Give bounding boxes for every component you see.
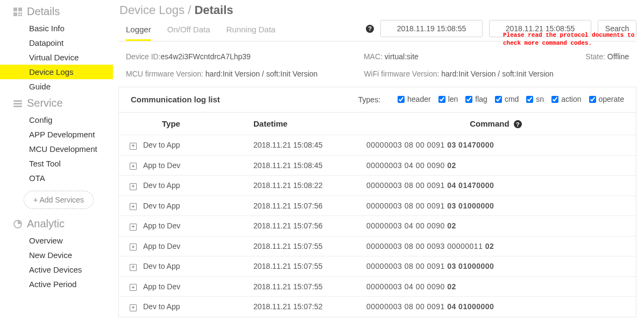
filter-header[interactable]: header	[398, 95, 431, 103]
filter-action[interactable]: action	[551, 95, 581, 103]
row-command: 00000003 08 00 0091 03 01000000	[356, 256, 636, 277]
sidebar-item-guide[interactable]: Guide	[0, 79, 113, 94]
filter-checkbox-sn[interactable]	[526, 96, 533, 103]
row-datetime: 2018.11.21 15:08:22	[243, 176, 356, 196]
expand-icon[interactable]: +	[130, 264, 137, 271]
svg-rect-9	[13, 106, 22, 107]
row-command: 00000003 04 00 0090 02	[356, 276, 636, 297]
filter-sn[interactable]: sn	[526, 95, 544, 103]
expand-icon[interactable]: +	[130, 304, 137, 311]
filter-checkbox-operate[interactable]	[589, 96, 596, 103]
filter-operate[interactable]: operate	[589, 95, 624, 103]
row-datetime: 2018.11.21 15:07:52	[243, 297, 356, 317]
svg-rect-4	[20, 12, 22, 14]
sidebar-item-new-device[interactable]: New Device	[0, 248, 113, 262]
wifi-value: hard:Init Version / soft:Init Version	[439, 69, 553, 78]
row-datetime: 2018.11.21 15:07:56	[243, 196, 356, 216]
info-row-1: Device ID:es4w2i3FWcntdrcA7Lhp39 MAC: vi…	[118, 51, 636, 69]
row-type: +App to Dev	[119, 216, 243, 236]
row-datetime: 2018.11.21 15:08:45	[243, 155, 356, 176]
row-datetime: 2018.11.21 15:07:55	[243, 276, 356, 297]
expand-icon[interactable]: +	[130, 203, 137, 210]
sidebar-item-datapoint[interactable]: Datapoint	[0, 36, 113, 50]
row-datetime: 2018.11.21 15:07:56	[243, 216, 356, 236]
table-row: +App to Dev2018.11.21 15:07:5600000003 0…	[119, 216, 636, 236]
sidebar-item-mcu-development[interactable]: MCU Development	[0, 142, 113, 156]
log-card: Communication log list Types: header len…	[118, 87, 636, 317]
table-row: +Dev to App2018.11.21 15:07:5200000003 0…	[119, 297, 636, 317]
filter-cmd[interactable]: cmd	[495, 95, 519, 103]
tab-logger[interactable]: Logger	[126, 19, 151, 41]
sidebar-section-details: Details	[0, 2, 113, 21]
breadcrumb-parent[interactable]: Device Logs	[119, 3, 185, 17]
table-row: +App to Dev2018.11.21 15:07:5500000003 0…	[119, 236, 636, 256]
sidebar-item-app-development[interactable]: APP Development	[0, 127, 113, 142]
expand-icon[interactable]: +	[130, 183, 137, 190]
table-row: +App to Dev2018.11.21 15:08:4500000003 0…	[119, 155, 636, 176]
svg-rect-2	[13, 12, 17, 16]
filter-checkbox-cmd[interactable]	[495, 96, 502, 103]
mac-label: MAC:	[364, 52, 383, 61]
sidebar-item-ota[interactable]: OTA	[0, 171, 113, 185]
expand-icon[interactable]: +	[130, 163, 137, 170]
expand-icon[interactable]: +	[130, 284, 137, 291]
sidebar-item-config[interactable]: Config	[0, 113, 113, 127]
row-type: +Dev to App	[119, 176, 243, 196]
col-datetime: Datetime	[243, 113, 356, 135]
table-row: +Dev to App2018.11.21 15:08:2200000003 0…	[119, 176, 636, 196]
sidebar-section-service: Service	[0, 94, 113, 113]
row-datetime: 2018.11.21 15:07:55	[243, 256, 356, 277]
row-command: 00000003 08 00 0091 03 01470000	[356, 135, 636, 156]
device-id-value: es4w2i3FWcntdrcA7Lhp39	[161, 52, 251, 61]
sidebar-item-test-tool[interactable]: Test Tool	[0, 156, 113, 171]
details-icon	[13, 7, 23, 17]
add-services-button[interactable]: + Add Services	[24, 191, 94, 209]
filter-checkbox-header[interactable]	[398, 96, 405, 103]
row-command: 00000003 08 00 0091 03 01000000	[356, 196, 636, 216]
mcu-label: MCU firmware Version:	[126, 69, 203, 78]
state-label: State:	[585, 52, 605, 61]
filter-len[interactable]: len	[438, 95, 458, 103]
log-table: Type Datetime Command ? +Dev to App2018.…	[119, 113, 636, 317]
row-command: 00000003 04 00 0090 02	[356, 155, 636, 176]
svg-rect-8	[13, 103, 22, 105]
filter-flag[interactable]: flag	[465, 95, 487, 103]
mcu-value: hard:Init Version / soft:Init Version	[203, 69, 317, 78]
row-type: +App to Dev	[119, 155, 243, 176]
filter-checkbox-len[interactable]	[438, 96, 445, 103]
state-value: Offline	[605, 52, 629, 61]
help-icon[interactable]: ?	[366, 25, 374, 33]
table-row: +App to Dev2018.11.21 15:07:5500000003 0…	[119, 276, 636, 297]
expand-icon[interactable]: +	[130, 243, 137, 251]
sidebar-item-active-devices[interactable]: Active Devices	[0, 262, 113, 277]
sidebar-item-active-period[interactable]: Active Period	[0, 277, 113, 291]
date-from-input[interactable]	[380, 20, 483, 37]
tab-on-off-data[interactable]: On/Off Data	[167, 19, 210, 41]
sidebar-section-analytic: Analytic	[0, 214, 113, 233]
filter-checkbox-action[interactable]	[551, 96, 558, 103]
sidebar-item-device-logs[interactable]: Device Logs	[0, 65, 113, 79]
expand-icon[interactable]: +	[130, 143, 137, 150]
svg-rect-5	[18, 15, 20, 16]
protocol-note: Please read the protocol documents to ch…	[503, 31, 644, 47]
command-help-icon[interactable]: ?	[514, 120, 522, 128]
row-type: +App to Dev	[119, 276, 243, 297]
row-type: +App to Dev	[119, 236, 243, 256]
sidebar-item-virtual-device[interactable]: Virtual Device	[0, 50, 113, 65]
svg-rect-6	[20, 15, 22, 16]
table-row: +Dev to App2018.11.21 15:07:5600000003 0…	[119, 196, 636, 216]
row-datetime: 2018.11.21 15:08:45	[243, 135, 356, 156]
row-datetime: 2018.11.21 15:07:55	[243, 236, 356, 256]
card-header: Communication log list Types: header len…	[119, 87, 636, 113]
filter-checkbox-flag[interactable]	[465, 96, 472, 103]
row-command: 00000003 04 00 0090 02	[356, 216, 636, 236]
info-row-2: MCU firmware Version: hard:Init Version …	[118, 69, 636, 87]
sidebar-item-basic-info[interactable]: Basic Info	[0, 21, 113, 36]
tab-running-data[interactable]: Running Data	[226, 19, 275, 41]
analytic-icon	[13, 219, 23, 229]
sidebar-section-label: Details	[27, 5, 60, 18]
row-type: +Dev to App	[119, 135, 243, 156]
expand-icon[interactable]: +	[130, 224, 137, 231]
sidebar-section-label: Service	[27, 97, 63, 109]
sidebar-item-overview[interactable]: Overview	[0, 233, 113, 248]
